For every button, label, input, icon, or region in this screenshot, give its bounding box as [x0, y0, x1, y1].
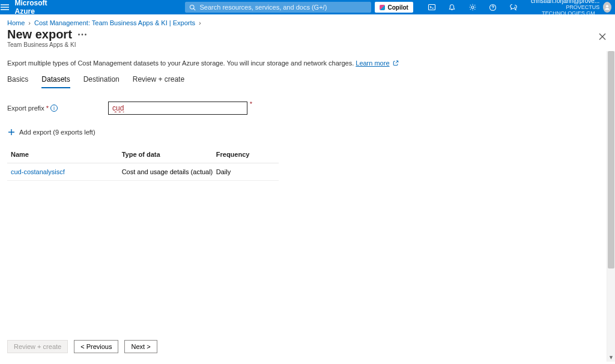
required-indicator: *	[250, 100, 252, 108]
col-header-type: Type of data	[122, 151, 216, 158]
settings-icon[interactable]	[468, 3, 477, 11]
svg-point-0	[190, 5, 195, 9]
breadcrumb: Home › Cost Management: Team Business Ap…	[0, 14, 615, 26]
table-row: cud-costanalysiscf Cost and usage detail…	[7, 163, 279, 181]
export-freq: Daily	[216, 168, 275, 175]
copilot-label: Copilot	[387, 4, 408, 11]
description: Export multiple types of Cost Management…	[7, 59, 599, 67]
chevron-right-icon: ›	[28, 19, 31, 26]
table-header-row: Name Type of data Frequency	[7, 146, 279, 163]
feedback-icon[interactable]	[509, 3, 518, 11]
tab-review[interactable]: Review + create	[133, 75, 184, 88]
export-prefix-row: Export prefix * i *	[7, 102, 599, 115]
learn-more-link[interactable]: Learn more	[356, 59, 389, 67]
brand-label[interactable]: Microsoft Azure	[14, 0, 47, 16]
page-subtitle: Team Business Apps & KI	[7, 41, 88, 48]
tab-destination[interactable]: Destination	[83, 75, 120, 88]
export-name-link[interactable]: cud-costanalysiscf	[11, 168, 122, 175]
required-indicator: *	[46, 105, 49, 112]
account-name: christian.forjahn@prove...	[529, 0, 599, 4]
search-input[interactable]	[199, 4, 367, 11]
breadcrumb-cost[interactable]: Cost Management: Team Business Apps & KI…	[34, 19, 195, 26]
export-type: Cost and usage details (actual)	[122, 168, 216, 175]
page-title: New export	[7, 28, 72, 41]
breadcrumb-home[interactable]: Home	[7, 19, 25, 26]
export-prefix-input[interactable]	[108, 102, 247, 115]
page-header: New export ••• Team Business Apps & KI	[0, 28, 615, 48]
cloud-shell-icon[interactable]	[428, 3, 436, 11]
tabs: Basics Datasets Destination Review + cre…	[7, 75, 599, 88]
export-prefix-label-text: Export prefix	[7, 105, 44, 112]
next-button[interactable]: Next >	[124, 340, 157, 353]
avatar	[603, 2, 611, 13]
svg-point-5	[606, 5, 608, 7]
svg-point-2	[471, 6, 474, 8]
close-blade-icon[interactable]	[597, 31, 608, 42]
external-link-icon	[393, 60, 399, 66]
info-icon[interactable]: i	[50, 105, 58, 112]
plus-icon	[7, 128, 16, 136]
more-actions-icon[interactable]: •••	[78, 32, 88, 38]
vertical-scrollbar[interactable]: ▲ ▼	[607, 51, 615, 362]
tab-datasets[interactable]: Datasets	[41, 75, 70, 88]
blade-content: Export multiple types of Cost Management…	[0, 51, 607, 353]
tab-basics[interactable]: Basics	[7, 75, 28, 88]
description-text: Export multiple types of Cost Management…	[7, 59, 356, 67]
add-export-button[interactable]: Add export (9 exports left)	[7, 128, 599, 136]
col-header-freq: Frequency	[216, 151, 275, 158]
add-export-label: Add export (9 exports left)	[19, 129, 95, 136]
review-create-button: Review + create	[7, 340, 68, 353]
previous-button[interactable]: < Previous	[74, 340, 118, 353]
svg-rect-1	[428, 5, 435, 10]
account-menu[interactable]: christian.forjahn@prove... PROVECTUS TEC…	[529, 0, 615, 16]
scrollbar-thumb[interactable]	[608, 51, 614, 268]
search-box[interactable]	[185, 2, 371, 13]
copilot-icon	[380, 5, 385, 10]
help-icon[interactable]	[489, 3, 497, 11]
copilot-button[interactable]: Copilot	[375, 2, 413, 13]
search-icon	[189, 4, 196, 11]
hamburger-menu[interactable]	[0, 0, 10, 14]
exports-table: Name Type of data Frequency cud-costanal…	[7, 146, 279, 181]
azure-topbar: Microsoft Azure Copilot christian.forja	[0, 0, 615, 14]
scroll-down-icon[interactable]: ▼	[607, 353, 615, 362]
chevron-right-icon: ›	[199, 19, 201, 26]
footer-actions: Review + create < Previous Next >	[0, 340, 615, 353]
account-org: PROVECTUS TECHNOLOGIES GM...	[529, 4, 599, 16]
col-header-name: Name	[11, 151, 122, 158]
notifications-icon[interactable]	[448, 3, 456, 11]
svg-point-4	[492, 8, 493, 9]
export-prefix-label: Export prefix * i	[7, 105, 103, 112]
topbar-actions	[428, 3, 518, 11]
search-region: Copilot	[185, 2, 413, 13]
